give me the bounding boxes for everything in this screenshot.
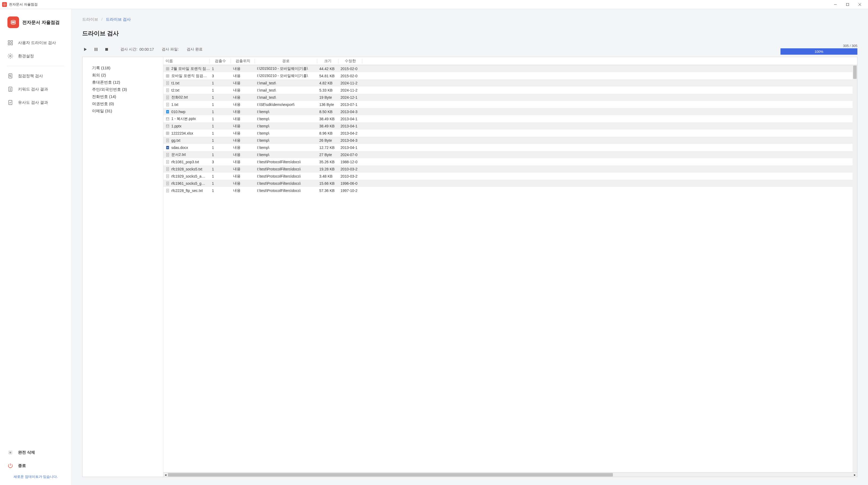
sidebar-item-keyword-results[interactable]: 키워드 검사 결과 xyxy=(0,83,71,96)
category-item[interactable]: 여권번호 (0) xyxy=(92,101,161,108)
column-count[interactable]: 검출수 xyxy=(210,59,231,63)
breadcrumb-root[interactable]: 드라이브 xyxy=(82,17,98,22)
sidebar-item-label: 환경설정 xyxy=(18,54,34,59)
table-row[interactable]: rfc1961_socks5_g…1내용I:\test\ProtocolFilt… xyxy=(163,180,857,187)
cell-count: 1 xyxy=(210,145,231,150)
svg-point-13 xyxy=(9,55,11,57)
category-item[interactable]: 기록 (118) xyxy=(92,64,161,72)
column-modified[interactable]: 수정한 xyxy=(338,59,362,63)
close-button[interactable] xyxy=(854,0,866,9)
table-row[interactable]: 모바일 포렌직 점검…3내용I:\20150210 - 모바일웨이|기흥\54.… xyxy=(163,72,857,79)
table-row[interactable]: 1222234.xlsx1내용I:\temp\8.96 KB2013-04-2 xyxy=(163,130,857,137)
cell-path: I:\temp\ xyxy=(255,124,317,128)
scroll-right-arrow[interactable]: ▸ xyxy=(852,473,857,477)
cell-size: 136 Byte xyxy=(317,103,338,107)
vertical-scrollbar[interactable] xyxy=(852,65,857,472)
table-row[interactable]: rfc2228_ftp_sec.txt1내용I:\test\ProtocolFi… xyxy=(163,187,857,194)
column-location[interactable]: 검출위치 xyxy=(231,59,255,63)
cell-path: I:\test\ProtocolFilters\docs\ xyxy=(255,189,317,193)
category-item[interactable]: 전화번호 (14) xyxy=(92,93,161,101)
column-size[interactable]: 크기 xyxy=(317,59,338,63)
cell-size: 35.26 KB xyxy=(317,160,338,164)
clipboard-list-icon xyxy=(7,86,13,92)
file-icon xyxy=(165,160,170,164)
breadcrumb: 드라이브 / 드라이브 검사 xyxy=(82,17,858,22)
file-icon xyxy=(165,81,170,85)
trash-icon xyxy=(7,450,13,455)
update-notice-link[interactable]: 새로운 업데이트가 있습니다. xyxy=(0,472,71,480)
sidebar-item-similarity-results[interactable]: 유사도 검사 결과 xyxy=(0,96,71,109)
cell-size: 38.49 KB xyxy=(317,124,338,128)
maximize-button[interactable] xyxy=(841,0,854,9)
cell-size: 57.36 KB xyxy=(317,189,338,193)
app-icon xyxy=(2,2,7,7)
category-item[interactable]: 휴대폰번호 (12) xyxy=(92,79,161,86)
progress-percent: 100% xyxy=(814,50,823,54)
file-icon xyxy=(165,181,170,186)
table-header: 이름 검출수 검출위치 경로 크기 수정한 xyxy=(163,57,857,65)
svg-rect-31 xyxy=(166,67,169,70)
cell-path: I:\20150210 - 모바일웨이|기흥\ xyxy=(255,74,317,78)
cell-path: I:\mail_test\ xyxy=(255,88,317,92)
table-row[interactable]: 1.pptx1내용I:\temp\38.49 KB2013-04-1 xyxy=(163,122,857,130)
scroll-left-arrow[interactable]: ◂ xyxy=(163,473,168,477)
cell-size: 4.82 KB xyxy=(317,81,338,85)
main-content: 드라이브 / 드라이브 검사 드라이브 검사 검사 시간: 00:00:17 검… xyxy=(72,9,868,485)
cell-date: 2010-03-2 xyxy=(338,167,362,171)
cell-path: I:\temp\ xyxy=(255,153,317,157)
cell-size: 38.49 KB xyxy=(317,117,338,121)
table-row[interactable]: 문서2.txt1내용I:\temp\27 Byte2024-07-0 xyxy=(163,151,857,158)
table-row[interactable]: 한010.hwp1내용I:\temp\8.50 KB2013-04-3 xyxy=(163,108,857,115)
cell-date: 1988-12-0 xyxy=(338,160,362,164)
category-item[interactable]: 주민/외국인번호 (3) xyxy=(92,86,161,93)
cell-count: 1 xyxy=(210,81,231,85)
cell-count: 1 xyxy=(210,131,231,135)
horizontal-scrollbar[interactable]: ◂ ▸ xyxy=(163,472,857,477)
table-row[interactable]: rfc1929_socks5_a…1내용I:\test\ProtocolFilt… xyxy=(163,173,857,180)
cell-name: t1.txt xyxy=(163,81,210,85)
sidebar-item-settings[interactable]: 환경설정 xyxy=(0,49,71,63)
table-row[interactable]: Wsdas.docx1내용I:\temp\12.72 KB2013-04-1 xyxy=(163,144,857,151)
cell-count: 1 xyxy=(210,167,231,171)
cell-count: 1 xyxy=(210,110,231,114)
pause-button[interactable] xyxy=(93,46,99,53)
minimize-button[interactable] xyxy=(829,0,841,9)
app-logo xyxy=(7,17,19,28)
svg-rect-3 xyxy=(846,3,849,6)
table-row[interactable]: rfc1081_pop3.txt3내용I:\test\ProtocolFilte… xyxy=(163,158,857,165)
table-row[interactable]: 1 - 복사본.pptx1내용I:\temp\38.49 KB2013-04-1 xyxy=(163,115,857,122)
table-row[interactable]: 2월 모바일 포렌직 점…1내용I:\20150210 - 모바일웨이|기흥\4… xyxy=(163,65,857,72)
table-row[interactable]: 전화02.txt1내용I:\mail_test\19 Byte2024-12-1 xyxy=(163,94,857,101)
cell-date: 2010-03-2 xyxy=(338,174,362,178)
cell-location: 내용 xyxy=(231,95,255,100)
table-row[interactable]: rfc1928_socks5.txt1내용I:\test\ProtocolFil… xyxy=(163,165,857,173)
table-row[interactable]: 1.txt1내용I:\SE\sdk\demo\export\136 Byte20… xyxy=(163,101,857,108)
svg-text:한: 한 xyxy=(167,111,169,113)
cell-path: I:\temp\ xyxy=(255,138,317,143)
file-icon xyxy=(165,117,170,121)
column-path[interactable]: 경로 xyxy=(255,59,317,63)
cell-name: 1.txt xyxy=(163,103,210,107)
file-icon xyxy=(165,74,170,78)
svg-text:W: W xyxy=(167,146,169,148)
scan-time-value: 00:00:17 xyxy=(140,47,154,52)
table-row[interactable]: t1.txt1내용I:\mail_test\4.82 KB2024-11-2 xyxy=(163,79,857,87)
cell-name: rfc1961_socks5_g… xyxy=(163,181,210,186)
clipboard-check-icon xyxy=(7,99,13,105)
column-name[interactable]: 이름 xyxy=(163,59,210,63)
table-body[interactable]: 2월 모바일 포렌직 점…1내용I:\20150210 - 모바일웨이|기흥\4… xyxy=(163,65,857,472)
cell-size: 12.72 KB xyxy=(317,145,338,150)
table-row[interactable]: t2.txt1내용I:\mail_test\5.33 KB2024-11-2 xyxy=(163,87,857,94)
sidebar-item-delete-all[interactable]: 완전 삭제 xyxy=(0,446,71,459)
scan-toolbar: 검사 시간: 00:00:17 검사 파일: 검사 완료 305 / 305 1… xyxy=(82,44,858,55)
sidebar-item-drive-scan[interactable]: 사용자 드라이브 검사 xyxy=(0,36,71,49)
table-row[interactable]: gg.txt1내용I:\temp\26 Byte2013-04-3 xyxy=(163,137,857,144)
category-item[interactable]: 이메일 (31) xyxy=(92,108,161,115)
play-button[interactable] xyxy=(82,46,89,53)
files-panel: 이름 검출수 검출위치 경로 크기 수정한 2월 모바일 포렌직 점…1내용I:… xyxy=(163,57,857,477)
category-item[interactable]: 회의 (2) xyxy=(92,72,161,79)
stop-button[interactable] xyxy=(103,46,110,53)
sidebar-item-exit[interactable]: 종료 xyxy=(0,459,71,472)
cell-date: 2013-04-2 xyxy=(338,131,362,135)
sidebar-item-policy-scan[interactable]: 점검정책 검사 xyxy=(0,69,71,83)
